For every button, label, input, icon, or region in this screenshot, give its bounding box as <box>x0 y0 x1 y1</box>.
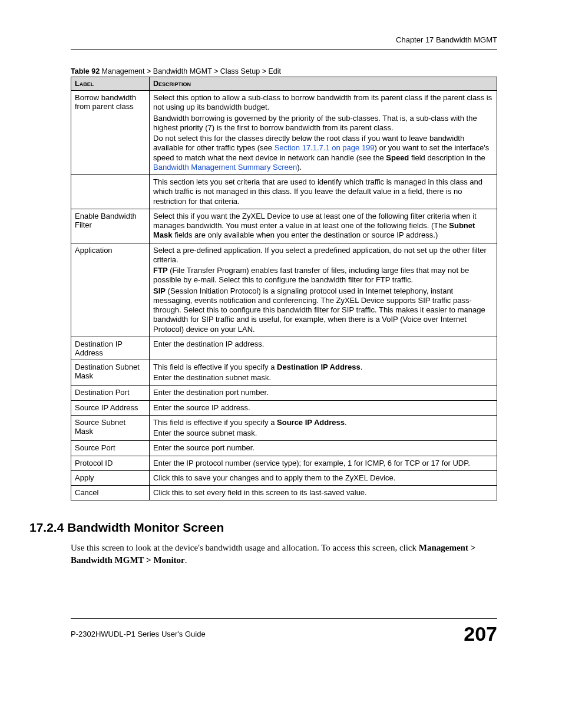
desc-para: Do not select this for the classes direc… <box>153 134 493 172</box>
chapter-header: Chapter 17 Bandwidth MGMT <box>71 35 497 44</box>
row-label: Destination Port <box>71 386 150 400</box>
row-label: Enable Bandwidth Filter <box>71 209 150 243</box>
row-label: Protocol ID <box>71 456 150 470</box>
table-row: Enable Bandwidth Filter Select this if y… <box>71 209 497 243</box>
row-desc: Select a pre-defined application. If you… <box>150 243 497 337</box>
row-label: Source Subnet Mask <box>71 415 150 441</box>
table-row: Source IP Address Enter the source IP ad… <box>71 400 497 415</box>
desc-para: Select this if you want the ZyXEL Device… <box>153 212 493 241</box>
bold-term: SIP <box>153 286 166 295</box>
bold-term: FTP <box>153 266 168 275</box>
body-paragraph: Use this screen to look at the device's … <box>71 542 497 566</box>
desc-para: Click this to set every field in this sc… <box>153 488 493 498</box>
table-row: Borrow bandwidth from parent class Selec… <box>71 91 497 175</box>
desc-para: Enter the source port number. <box>153 443 493 453</box>
table-row: Source Subnet Mask This field is effecti… <box>71 415 497 441</box>
table-caption: Table 92 Management > Bandwidth MGMT > C… <box>71 67 497 75</box>
desc-para: Enter the source IP address. <box>153 403 493 413</box>
table-caption-text: Management > Bandwidth MGMT > Class Setu… <box>100 67 281 75</box>
page-number: 207 <box>464 622 497 645</box>
row-label: Cancel <box>71 486 150 500</box>
row-label: Borrow bandwidth from parent class <box>71 91 150 175</box>
bold-term: Destination IP Address <box>277 363 361 371</box>
row-desc: Enter the destination IP address. <box>150 337 497 360</box>
desc-para: Enter the IP protocol number (service ty… <box>153 459 493 468</box>
table-row: Destination Port Enter the destination p… <box>71 386 497 400</box>
col-description: Description <box>150 77 497 91</box>
desc-para: Enter the destination subnet mask. <box>153 373 493 383</box>
row-label: Application <box>71 243 150 337</box>
bold-term: Source IP Address <box>277 418 345 427</box>
footer-guide-name: P-2302HWUDL-P1 Series User's Guide <box>71 630 206 638</box>
row-label: Apply <box>71 470 150 485</box>
desc-para: Enter the source subnet mask. <box>153 429 493 438</box>
table-row: Application Select a pre-defined applica… <box>71 243 497 337</box>
row-desc: Enter the destination port number. <box>150 386 497 400</box>
row-label: Destination IP Address <box>71 337 150 360</box>
col-label: Label <box>71 77 150 91</box>
row-desc: Enter the IP protocol number (service ty… <box>150 456 497 470</box>
desc-para: SIP (Session Initiation Protocol) is a s… <box>153 286 493 334</box>
table-row: This section lets you set criteria that … <box>71 175 497 209</box>
desc-para: Select this option to allow a sub-class … <box>153 93 493 113</box>
table-row: Protocol ID Enter the IP protocol number… <box>71 456 497 470</box>
row-desc: This section lets you set criteria that … <box>150 175 497 209</box>
row-desc: This field is effective if you specify a… <box>150 360 497 386</box>
desc-para: Select a pre-defined application. If you… <box>153 246 493 265</box>
xref-link[interactable]: Bandwidth Management Summary Screen <box>153 163 297 172</box>
table-row: Destination Subnet Mask This field is ef… <box>71 360 497 386</box>
row-desc: This field is effective if you specify a… <box>150 415 497 441</box>
page: Chapter 17 Bandwidth MGMT Table 92 Manag… <box>0 0 562 669</box>
table-header-row: Label Description <box>71 77 497 91</box>
row-label: Destination Subnet Mask <box>71 360 150 386</box>
table-row: Apply Click this to save your changes an… <box>71 470 497 485</box>
page-footer: P-2302HWUDL-P1 Series User's Guide 207 <box>71 618 497 645</box>
desc-para: Bandwidth borrowing is governed by the p… <box>153 114 493 133</box>
row-label: Source Port <box>71 441 150 456</box>
desc-para: This section lets you set criteria that … <box>153 177 493 206</box>
row-desc: Enter the source port number. <box>150 441 497 456</box>
row-desc: Click this to save your changes and to a… <box>150 470 497 485</box>
footer-rule <box>71 618 497 619</box>
header-rule <box>71 49 497 50</box>
desc-para: This field is effective if you specify a… <box>153 363 493 372</box>
row-label: Source IP Address <box>71 400 150 415</box>
table-row: Source Port Enter the source port number… <box>71 441 497 456</box>
desc-para: Enter the destination IP address. <box>153 340 493 349</box>
table-caption-label: Table 92 <box>71 67 100 75</box>
bold-term: Speed <box>386 153 409 162</box>
config-table: Label Description Borrow bandwidth from … <box>71 77 497 500</box>
xref-link[interactable]: Section 17.1.7.1 on page 199 <box>275 143 375 152</box>
row-desc: Select this option to allow a sub-class … <box>150 91 497 175</box>
row-desc: Select this if you want the ZyXEL Device… <box>150 209 497 243</box>
desc-para: Enter the destination port number. <box>153 388 493 397</box>
row-desc: Click this to set every field in this sc… <box>150 486 497 500</box>
section-heading: 17.2.4 Bandwidth Monitor Screen <box>29 521 497 535</box>
desc-para: FTP (File Transfer Program) enables fast… <box>153 266 493 285</box>
desc-para: This field is effective if you specify a… <box>153 418 493 427</box>
table-row: Destination IP Address Enter the destina… <box>71 337 497 360</box>
row-desc: Enter the source IP address. <box>150 400 497 415</box>
desc-para: Click this to save your changes and to a… <box>153 473 493 483</box>
table-row: Cancel Click this to set every field in … <box>71 486 497 500</box>
row-label <box>71 175 150 209</box>
